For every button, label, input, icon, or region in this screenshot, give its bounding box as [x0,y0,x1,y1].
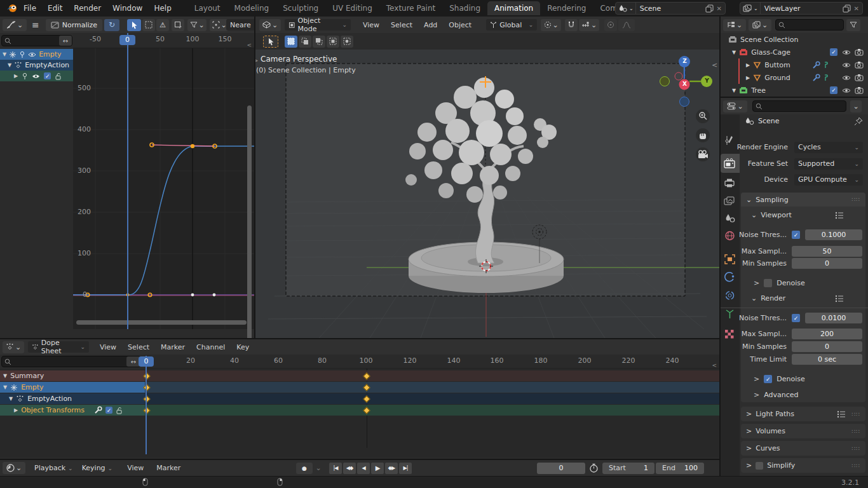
viewport-denoise-row[interactable]: > Denoise [754,278,868,288]
outliner-row-glass-cage[interactable]: ▼ Glass-Cage ✓ [721,46,868,58]
prev-keyframe-button[interactable]: ◀◆ [343,463,356,474]
disclosure-icon[interactable]: ▶ [746,75,750,81]
tab-constraints-icon[interactable] [724,290,735,301]
viewlayer-selector[interactable]: ⌄ ViewLayer ✕ [740,2,863,15]
collection-checkbox[interactable]: ✓ [830,86,837,94]
copy-icon[interactable] [705,4,714,13]
current-frame-field[interactable]: 0 [537,463,585,474]
tab-viewlayer-icon[interactable] [724,196,735,206]
camera-restrict-icon[interactable] [855,48,864,56]
channel-enable-checkbox[interactable]: ✓ [105,407,112,414]
channel-band[interactable] [145,382,719,393]
menu-marker[interactable]: Marker [155,343,191,351]
tab-rendering[interactable]: Rendering [540,1,593,15]
select-mode-subtract[interactable] [313,36,325,48]
mode-dropdown[interactable]: Object Mode ⌄ [285,19,351,30]
end-frame-field[interactable]: End100 [656,463,704,474]
panel-grip-icon[interactable]: ∷∷ [852,411,860,417]
tab-uv-editing[interactable]: UV Editing [325,1,379,15]
warning-icon[interactable]: ⚠ [156,19,169,31]
simplify-checkbox[interactable] [756,462,763,470]
active-tool-icon[interactable] [263,36,278,48]
select-mode-invert[interactable] [327,36,339,48]
menu-view[interactable]: View [121,464,149,472]
outliner-row-ground[interactable]: ▶ Ground [721,71,868,84]
disclosure-icon[interactable]: ▼ [3,51,6,57]
outliner-filter-icon[interactable] [846,19,860,31]
preset-icon[interactable] [835,295,844,302]
menu-edit[interactable]: Edit [42,4,68,13]
dope-ruler[interactable]: 20 40 60 80 100 120 140 160 180 200 220 … [145,355,719,369]
denoise-checkbox[interactable]: ✓ [764,375,772,383]
scene-name[interactable]: Scene [640,4,661,13]
menu-object[interactable]: Object [443,21,477,29]
device-dropdown[interactable]: GPU Compute⌄ [794,174,863,186]
region-collapse-icon[interactable]: < [712,362,717,369]
viewlayer-name[interactable]: ViewLayer [764,4,801,13]
horizontal-scrollbar[interactable] [76,320,247,325]
chevron-down-icon[interactable]: ⌄ [314,464,323,472]
disclosure-icon[interactable]: ▼ [8,62,11,68]
properties-options-icon[interactable]: ⌄ [850,100,862,112]
tab-animation[interactable]: Animation [487,1,540,15]
render-denoise-row[interactable]: > ✓ Denoise [754,374,868,384]
max-samples-value[interactable]: 200 [792,329,862,339]
graph-playhead[interactable] [127,33,128,329]
time-limit-value[interactable]: 0 sec [792,354,862,365]
scene-selector[interactable]: ⌄ Scene ✕ [615,2,726,15]
eye-icon[interactable] [842,49,851,56]
outliner-filter-mode[interactable]: ⌄ [749,19,771,31]
dope-current-frame[interactable]: 0 [139,356,154,367]
preset-icon[interactable] [837,410,846,418]
preset-icon[interactable] [835,212,844,219]
transform-orientation-dropdown[interactable]: Global ⌄ [486,19,537,30]
render-subpanel-header[interactable]: ⌄ Render [751,293,865,304]
panel-volumes[interactable]: > Volumes ∷∷ [741,424,865,438]
select-mode-new[interactable] [285,36,297,48]
copy-icon[interactable] [843,4,851,13]
menu-file[interactable]: File [18,4,42,13]
gizmo-z-label[interactable]: Z [681,58,688,64]
modifier-wrench-icon[interactable] [94,406,102,414]
unlock-icon[interactable] [116,407,123,414]
disclosure-icon[interactable]: ▼ [732,88,736,93]
panel-curves[interactable]: > Curves ∷∷ [741,441,865,456]
filter-icon[interactable]: ⌄ [187,19,207,31]
blender-logo-icon[interactable] [6,4,18,13]
tab-modeling[interactable]: Modeling [227,1,276,15]
menu-icon[interactable]: ≡ [32,20,39,30]
advanced-row[interactable]: > Advanced [754,390,868,400]
menu-channel[interactable]: Channel [191,343,231,351]
refresh-icon[interactable]: ↻ [104,19,119,31]
dope-playhead[interactable] [146,356,147,454]
editor-type-button[interactable]: ⌄ [723,100,747,112]
tab-layout[interactable]: Layout [187,1,227,15]
snap-group[interactable]: ⌄ [565,19,599,31]
pivot-dropdown[interactable]: ⌄ [541,19,561,31]
eye-icon[interactable] [842,87,851,94]
channel-band[interactable] [145,370,719,381]
eye-icon[interactable] [28,51,36,58]
menu-window[interactable]: Window [107,4,148,13]
playback-dropdown[interactable]: Playback⌄ [31,463,77,474]
region-expand-icon[interactable]: > [255,57,258,64]
channel-enable-checkbox[interactable]: ✓ [44,72,51,79]
channel-emptyaction[interactable]: ▼ EmptyAction [0,393,145,404]
keying-dropdown[interactable]: Keying⌄ [78,463,117,474]
normalize-button[interactable]: Normalize [46,19,102,31]
panel-simplify[interactable]: > Simplify ∷∷ [741,458,865,473]
channel-search-input[interactable]: ↔ [1,356,141,367]
menu-view[interactable]: View [94,343,122,351]
noise-threshold-checkbox[interactable]: ✓ [792,314,800,322]
next-keyframe-button[interactable]: ◆▶ [385,463,398,474]
select-mode-intersect[interactable] [341,36,353,48]
box-select-icon[interactable] [142,19,155,31]
select-mode-extend[interactable] [299,36,311,48]
tweak-tool-button[interactable] [127,19,141,31]
expand-channels-icon[interactable]: ↔ [59,36,72,46]
stopwatch-icon[interactable] [589,463,599,473]
close-icon[interactable]: ✕ [854,5,859,12]
channel-search-input[interactable]: ↔ [1,35,72,46]
menu-render[interactable]: Render [68,4,107,13]
magnet-icon[interactable] [565,19,578,31]
